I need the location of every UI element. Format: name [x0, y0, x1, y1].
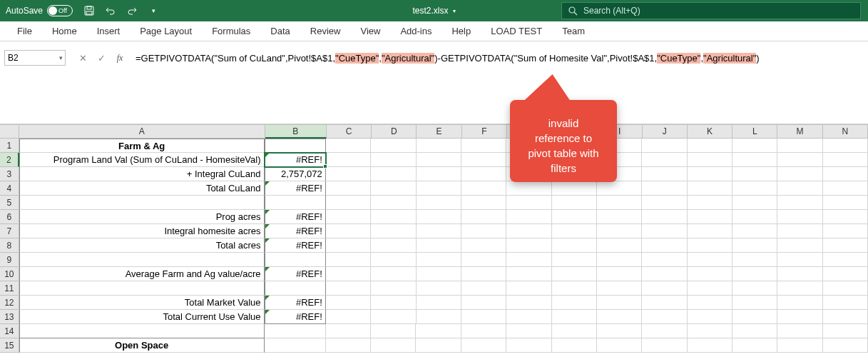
- cell[interactable]: [688, 324, 732, 338]
- cell[interactable]: [777, 139, 822, 153]
- col-header-a[interactable]: A: [19, 125, 265, 139]
- cell-a2[interactable]: Program Land Val (Sum of CuLand - Homesi…: [19, 153, 265, 167]
- row-header-14[interactable]: 14: [0, 324, 19, 338]
- cell[interactable]: [506, 181, 551, 196]
- cell[interactable]: [597, 253, 642, 267]
- cell-a1[interactable]: Farm & Ag: [19, 139, 265, 153]
- cell[interactable]: [823, 310, 868, 324]
- cell[interactable]: [597, 310, 642, 324]
- col-header-j[interactable]: J: [643, 125, 688, 139]
- cell[interactable]: [688, 238, 732, 253]
- cell[interactable]: [506, 196, 551, 210]
- cell[interactable]: [823, 324, 868, 338]
- cell-a4[interactable]: Total CuLand: [19, 181, 265, 196]
- row-header-8[interactable]: 8: [0, 238, 19, 253]
- search-box[interactable]: [561, 2, 861, 19]
- cell[interactable]: [642, 153, 687, 167]
- row-header-2[interactable]: 2: [0, 153, 19, 167]
- cell[interactable]: [688, 267, 732, 281]
- cell[interactable]: [371, 310, 416, 324]
- cell[interactable]: [688, 181, 732, 196]
- cell-a3[interactable]: + Integral CuLand: [19, 167, 265, 181]
- cell[interactable]: [823, 338, 868, 353]
- row-header-4[interactable]: 4: [0, 181, 19, 196]
- redo-icon[interactable]: [121, 0, 143, 21]
- cell[interactable]: [417, 167, 461, 181]
- cell[interactable]: [688, 139, 732, 153]
- cell[interactable]: [506, 296, 551, 310]
- cell[interactable]: [371, 281, 416, 296]
- cell[interactable]: [688, 153, 732, 167]
- cell-a9[interactable]: [19, 253, 265, 267]
- cell[interactable]: [461, 324, 506, 338]
- cell[interactable]: [823, 267, 868, 281]
- cell[interactable]: [326, 139, 371, 153]
- cell[interactable]: [688, 224, 732, 238]
- col-header-c[interactable]: C: [327, 125, 372, 139]
- cell[interactable]: [552, 281, 597, 296]
- cell[interactable]: [597, 296, 642, 310]
- col-header-l[interactable]: L: [732, 125, 777, 139]
- cell[interactable]: [417, 196, 461, 210]
- cell[interactable]: [416, 338, 461, 353]
- cell[interactable]: [417, 310, 461, 324]
- cell[interactable]: [597, 338, 642, 353]
- cell[interactable]: [777, 338, 822, 353]
- cell[interactable]: [417, 210, 461, 224]
- cell[interactable]: [506, 281, 551, 296]
- col-header-d[interactable]: D: [372, 125, 417, 139]
- cell[interactable]: [371, 324, 416, 338]
- cell[interactable]: [326, 310, 371, 324]
- tab-formulas[interactable]: Formulas: [202, 21, 260, 41]
- autosave-toggle[interactable]: Off: [47, 5, 73, 16]
- col-header-m[interactable]: M: [777, 125, 822, 139]
- cell-b9[interactable]: [265, 253, 326, 267]
- cell[interactable]: [326, 181, 371, 196]
- row-header-6[interactable]: 6: [0, 210, 19, 224]
- cell[interactable]: [642, 196, 687, 210]
- chevron-down-icon[interactable]: ▾: [59, 54, 63, 61]
- cell[interactable]: [371, 167, 416, 181]
- cell-b5[interactable]: [265, 196, 326, 210]
- cell[interactable]: [777, 153, 822, 167]
- cell[interactable]: [326, 224, 371, 238]
- cell[interactable]: [823, 196, 868, 210]
- cell[interactable]: [688, 296, 732, 310]
- cell-b1[interactable]: [265, 139, 326, 153]
- cell[interactable]: [552, 310, 597, 324]
- tab-data[interactable]: Data: [260, 21, 300, 41]
- select-all-corner[interactable]: [0, 125, 19, 139]
- cell[interactable]: [417, 224, 461, 238]
- cell[interactable]: [688, 253, 732, 267]
- tab-review[interactable]: Review: [300, 21, 351, 41]
- cell[interactable]: [642, 296, 687, 310]
- cell[interactable]: [552, 196, 597, 210]
- cell-b6[interactable]: #REF!: [265, 210, 326, 224]
- undo-icon[interactable]: [100, 0, 121, 21]
- cell[interactable]: [461, 210, 506, 224]
- cell-b15[interactable]: [265, 338, 326, 353]
- cell[interactable]: [777, 296, 822, 310]
- cell[interactable]: [417, 267, 461, 281]
- cell[interactable]: [732, 196, 777, 210]
- cell[interactable]: [642, 267, 687, 281]
- cell[interactable]: [371, 210, 416, 224]
- cell-a5[interactable]: [19, 196, 265, 210]
- cell-a7[interactable]: Integral homesite acres: [19, 224, 265, 238]
- cell[interactable]: [326, 238, 371, 253]
- cell[interactable]: [461, 253, 506, 267]
- cell[interactable]: [416, 324, 461, 338]
- cell[interactable]: [823, 224, 868, 238]
- name-box[interactable]: B2 ▾: [4, 50, 66, 66]
- cell[interactable]: [417, 238, 461, 253]
- cell[interactable]: [552, 210, 597, 224]
- cell[interactable]: [371, 338, 416, 353]
- cell[interactable]: [688, 196, 732, 210]
- cell[interactable]: [732, 153, 777, 167]
- cell[interactable]: [597, 196, 642, 210]
- cell[interactable]: [732, 338, 777, 353]
- cell[interactable]: [461, 338, 506, 353]
- cell[interactable]: [642, 281, 687, 296]
- cell[interactable]: [461, 281, 506, 296]
- cell[interactable]: [552, 338, 597, 353]
